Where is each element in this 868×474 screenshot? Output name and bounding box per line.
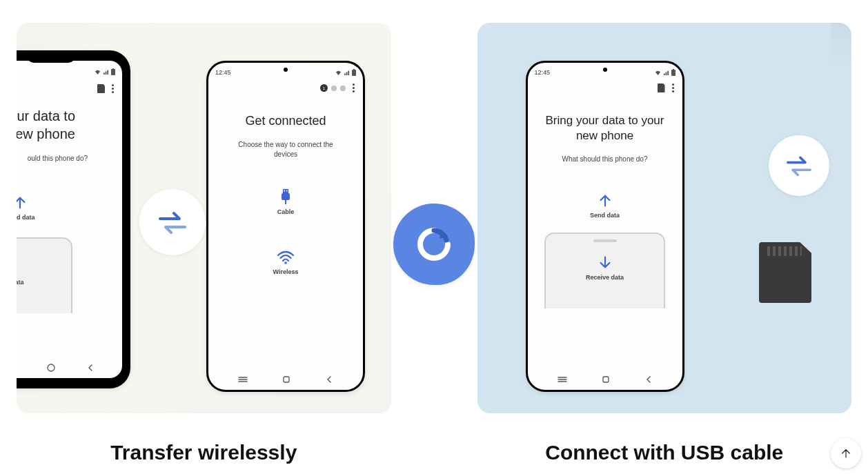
phone-b-subtitle: Choose the way to connect the devices [208, 136, 363, 164]
app-bar [528, 81, 682, 94]
phone-c-title: Bring your data to your new phone [528, 94, 682, 150]
svg-rect-6 [283, 189, 288, 193]
app-bar [17, 81, 122, 95]
step-1: 1 [320, 84, 328, 92]
nav-recent-icon[interactable] [557, 376, 568, 383]
smart-switch-glyph-icon [413, 224, 455, 265]
phone-a-subtitle: ould this phone do? [17, 150, 122, 168]
wifi-status-icon [655, 70, 661, 76]
receive-data-option[interactable]: Receive data [544, 233, 665, 308]
status-bar: 12:45 [17, 62, 122, 81]
nav-home-icon[interactable] [282, 375, 291, 384]
signal-icon [663, 70, 669, 76]
step-2 [331, 86, 337, 91]
phone-bring-data: 12:45 Bring your data to your new phone … [526, 61, 684, 392]
transfer-badge [139, 189, 206, 255]
send-data-option[interactable]: Send data [528, 193, 682, 219]
arrow-up-icon [840, 447, 852, 460]
usb-cable-icon [279, 188, 293, 205]
sd-card-icon[interactable] [97, 84, 105, 93]
phone-b-title: Get connected [208, 94, 363, 136]
battery-icon [111, 68, 115, 75]
arrow-down-icon [598, 255, 613, 270]
overflow-menu-icon[interactable] [672, 83, 674, 92]
sd-card-graphic [759, 242, 811, 303]
status-time: 12:45 [215, 69, 231, 76]
send-data-option[interactable]: Send data [17, 195, 122, 221]
phone-a-title-line2: new phone [17, 125, 110, 143]
svg-rect-15 [603, 377, 609, 382]
wifi-status-icon [95, 69, 101, 75]
phone-a-title-line1: your data to [17, 107, 110, 125]
send-data-label: Send data [17, 214, 35, 221]
nav-back-icon[interactable] [324, 375, 334, 384]
svg-rect-1 [112, 68, 114, 70]
wireless-label: Wireless [273, 268, 299, 275]
nav-back-icon[interactable] [86, 363, 95, 373]
svg-rect-9 [284, 190, 286, 192]
phone-get-connected: 12:45 1 [206, 61, 365, 392]
overflow-menu-icon[interactable] [353, 83, 355, 92]
phone-c-subtitle: What should this phone do? [528, 150, 682, 168]
svg-rect-5 [353, 69, 355, 70]
nav-home-icon[interactable] [601, 375, 611, 384]
sd-card-icon[interactable] [658, 83, 665, 92]
arrow-up-icon [598, 193, 613, 208]
svg-rect-7 [282, 193, 290, 200]
transfer-arrows-icon [784, 153, 814, 178]
svg-rect-0 [111, 69, 115, 75]
svg-rect-8 [285, 200, 286, 204]
svg-rect-12 [284, 377, 289, 382]
captions-row: Transfer wirelessly Connect with USB cab… [0, 441, 868, 464]
receive-data-option[interactable]: Receive data [17, 237, 72, 313]
smart-switch-app-icon [393, 204, 475, 285]
overflow-menu-icon[interactable] [112, 84, 114, 93]
scroll-to-top-button[interactable] [831, 438, 861, 468]
receive-data-label: Receive data [17, 279, 24, 286]
nav-recent-icon[interactable] [237, 376, 248, 383]
wireless-option[interactable]: Wireless [208, 250, 363, 275]
nav-home-icon[interactable] [46, 363, 56, 373]
panel-transfer-wirelessly: 12:45 your data to new phone [17, 23, 391, 413]
phone-source-partial: 12:45 your data to new phone [17, 50, 130, 388]
signal-icon [103, 69, 109, 75]
battery-icon [671, 69, 675, 76]
svg-point-3 [48, 364, 55, 371]
nav-bar [208, 369, 363, 390]
step-3 [340, 86, 346, 91]
wifi-icon [277, 250, 295, 265]
svg-rect-13 [671, 70, 675, 76]
nav-bar [17, 357, 122, 378]
receive-data-label: Receive data [586, 274, 624, 281]
caption-right: Connect with USB cable [477, 441, 852, 464]
battery-icon [352, 69, 356, 76]
svg-rect-14 [673, 69, 674, 70]
signal-icon [344, 70, 350, 76]
nav-bar [528, 369, 682, 390]
wifi-status-icon [335, 70, 342, 76]
status-bar: 12:45 [208, 64, 363, 81]
app-bar: 1 [208, 81, 363, 94]
svg-rect-4 [352, 70, 356, 76]
svg-point-11 [284, 262, 287, 265]
cable-label: Cable [277, 208, 295, 215]
svg-rect-10 [286, 190, 288, 192]
panel-connect-usb: 12:45 Bring your data to your new phone … [477, 23, 852, 413]
arrow-up-icon [17, 195, 28, 210]
cable-option[interactable]: Cable [208, 188, 363, 215]
nav-back-icon[interactable] [644, 375, 653, 384]
step-indicator: 1 [320, 84, 346, 92]
status-time: 12:45 [535, 69, 551, 76]
caption-left: Transfer wirelessly [17, 441, 391, 464]
transfer-badge [769, 135, 829, 196]
transfer-arrows-icon [156, 208, 189, 236]
status-bar: 12:45 [528, 64, 682, 81]
send-data-label: Send data [590, 212, 620, 219]
